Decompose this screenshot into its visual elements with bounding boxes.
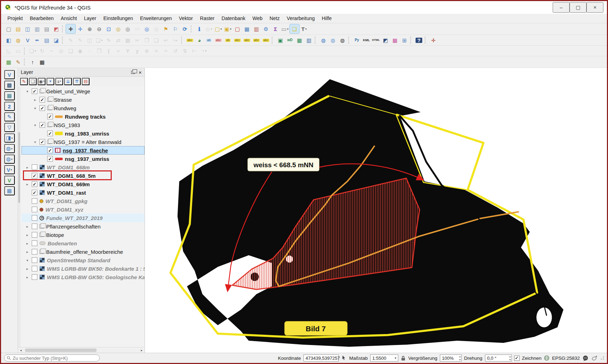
deselect-features-icon[interactable]: ▢ xyxy=(233,24,242,33)
toolbar-separator[interactable] xyxy=(410,37,413,44)
copy-features-icon[interactable]: ❐ xyxy=(142,36,152,45)
layer-checkbox[interactable] xyxy=(32,266,37,271)
layer-checkbox[interactable] xyxy=(32,181,37,187)
layer-checkbox[interactable] xyxy=(32,249,37,255)
simplify-feature-icon[interactable]: ~ xyxy=(47,46,56,56)
processing-gear-icon[interactable]: ⚙ xyxy=(261,24,271,33)
map-tips-icon[interactable]: ❑ xyxy=(290,24,299,33)
select-features-icon[interactable]: ▢ xyxy=(214,24,223,33)
open-layer-styling-icon[interactable]: ✎ xyxy=(20,78,28,85)
new-project-icon[interactable]: ▢ xyxy=(4,24,13,33)
expander-icon[interactable]: ▾ xyxy=(33,140,37,144)
metasearch-globe-icon[interactable]: ◍ xyxy=(319,36,328,45)
layer-row-wms-bk50[interactable]: ▸ WMS LGRB-BW BK50: Bodenkarte 1 : 5 xyxy=(22,264,145,273)
save-project-icon[interactable]: ◫ xyxy=(23,24,32,33)
merge-attributes-icon[interactable]: = xyxy=(152,46,161,56)
layer-row-wt-dgm1-668-5m[interactable]: WT_DGM1_668_5m xyxy=(22,171,145,180)
layer-row-nsg-1937-flaeche[interactable]: nsg_1937_flaeche xyxy=(22,146,145,155)
wd-plugin-icon[interactable]: wD xyxy=(285,36,295,45)
edit-hand-icon[interactable] xyxy=(591,355,597,361)
label-properties-icon[interactable]: abc xyxy=(261,36,271,45)
expander-icon[interactable]: ▾ xyxy=(25,89,30,93)
save-edits-icon[interactable]: ◫ xyxy=(85,36,94,45)
undo-icon[interactable]: ↩ xyxy=(161,36,171,45)
locator-input[interactable] xyxy=(13,356,97,361)
messages-bubble-icon[interactable] xyxy=(582,355,589,361)
add-xyz-layer-icon[interactable]: ▦ xyxy=(4,186,15,195)
delete-selected-icon[interactable]: ▦ xyxy=(123,36,133,45)
serval-plugin-icon[interactable]: ▦ xyxy=(295,36,304,45)
scrollbar-thumb[interactable] xyxy=(25,349,97,352)
cut-features-icon[interactable]: ✂ xyxy=(133,36,142,45)
reshape-features-icon[interactable]: ( xyxy=(104,46,113,56)
toolbar-separator[interactable] xyxy=(62,25,65,32)
render-checkbox[interactable] xyxy=(514,356,520,361)
new-geopackage-icon[interactable]: ✒ xyxy=(32,36,42,45)
layer-checkbox[interactable] xyxy=(32,173,37,178)
toggle-editing-icon[interactable]: ✎ xyxy=(75,36,85,45)
layer-checkbox[interactable] xyxy=(47,156,53,162)
help-icon[interactable]: ? xyxy=(414,36,424,45)
merge-features-icon[interactable]: ⊕ xyxy=(142,46,152,56)
add-wms-layer-icon[interactable]: ◍ xyxy=(4,144,15,153)
add-ring-icon[interactable]: ◎ xyxy=(56,46,66,56)
float-panel-icon[interactable] xyxy=(131,71,135,74)
expander-icon[interactable]: ▾ xyxy=(33,106,37,110)
measure-icon[interactable]: ▭ xyxy=(280,24,290,33)
layer-row-gebiet-und-wege[interactable]: ▾ Gebiet_und_Wege xyxy=(22,87,145,95)
select-by-value-icon[interactable]: ▣ xyxy=(223,24,233,33)
layer-row-openstreetmap-standard[interactable]: ▾ OpenStreetMap Standard xyxy=(22,256,145,264)
add-vector-layer-icon[interactable]: ◍ xyxy=(13,36,23,45)
minimize-button[interactable]: – xyxy=(553,2,570,13)
curved-label-icon[interactable]: abc xyxy=(252,36,261,45)
layer-row-wt-dgm1-xyz[interactable]: WT_DGM1_xyz xyxy=(22,205,145,214)
menu-verarbeitung[interactable]: Verarbeitung xyxy=(283,14,318,23)
spin-arrows-icon[interactable]: ▴▾ xyxy=(459,355,461,361)
layer-row-rundweg[interactable]: ▾ Rundweg xyxy=(22,104,145,112)
open-project-icon[interactable]: ▤ xyxy=(13,24,23,33)
open-data-source-manager-icon[interactable]: V xyxy=(4,70,15,79)
expander-icon[interactable]: ▸ xyxy=(25,233,30,237)
add-vector-tile-icon[interactable]: V xyxy=(4,176,15,185)
layer-row-nsg-1983[interactable]: ▾ NSG_1983 xyxy=(22,121,145,129)
add-postgis-layer-icon[interactable]: ◨ xyxy=(4,133,15,143)
remove-layer-icon[interactable]: ⊟ xyxy=(82,78,90,85)
scale-combobox[interactable]: 1:5500▾ xyxy=(370,354,398,362)
layer-checkbox[interactable] xyxy=(39,122,45,128)
add-feature-icon[interactable]: ✎ xyxy=(104,36,113,45)
resize-grip[interactable] xyxy=(601,356,604,360)
toolbar-separator[interactable] xyxy=(272,37,275,44)
delete-ring-icon[interactable]: ◌ xyxy=(85,46,94,56)
expander-icon[interactable]: ▸ xyxy=(25,267,30,271)
vertex-tool-icon[interactable]: ✧ xyxy=(161,46,171,56)
collapse-all-icon[interactable]: ⇈ xyxy=(73,78,81,85)
expander-icon[interactable]: ▸ xyxy=(25,225,30,228)
layer-row-nsg-1937[interactable]: ▾ NSG_1937 = Alter Bannwald xyxy=(22,138,145,146)
map-canvas[interactable]: weiss < 668.5 mNN Bild 7 xyxy=(145,68,607,353)
layer-row-biotope[interactable]: ▸ Biotope xyxy=(22,231,145,239)
python-console-icon[interactable]: Py xyxy=(352,36,362,45)
change-label-icon[interactable]: abc xyxy=(242,36,252,45)
zoom-next-icon[interactable]: ◎ xyxy=(152,24,161,33)
close-panel-icon[interactable]: × xyxy=(139,70,142,75)
layer-checkbox[interactable] xyxy=(32,198,37,204)
layer-checkbox[interactable] xyxy=(32,164,37,170)
show-bookmarks-icon[interactable]: ⚐ xyxy=(171,24,180,33)
menu-vektor[interactable]: Vektor xyxy=(176,14,197,23)
toolbar-separator[interactable] xyxy=(348,37,351,44)
zoom-to-layer-icon[interactable]: ◎ xyxy=(123,24,133,33)
rotate-point-symbols-icon[interactable]: ↺ xyxy=(171,46,180,56)
circular-string-icon[interactable]: ◔ xyxy=(199,46,209,56)
db-manager-icon[interactable]: ▥ xyxy=(304,36,314,45)
zoom-full-icon[interactable]: ⊡ xyxy=(104,24,113,33)
zoom-in-icon[interactable]: ⊕ xyxy=(85,24,94,33)
toolbar-separator[interactable] xyxy=(425,37,428,44)
add-mesh-layer-icon[interactable]: 2 xyxy=(4,102,15,111)
map-annotation-icon[interactable]: ✎ xyxy=(13,57,23,67)
layer-row-nsg-1983-umriss[interactable]: nsg_1983_umriss xyxy=(22,129,145,138)
zoom-native-icon[interactable]: 1:1 xyxy=(133,24,142,33)
menu-layer[interactable]: Layer xyxy=(80,14,100,23)
toolbar-separator[interactable] xyxy=(191,25,194,32)
layer-row-bodenarten[interactable]: ▸ Bodenarten xyxy=(22,239,145,247)
layer-row-wt-dgm1-rast[interactable]: WT_DGM1_rast xyxy=(22,188,145,197)
